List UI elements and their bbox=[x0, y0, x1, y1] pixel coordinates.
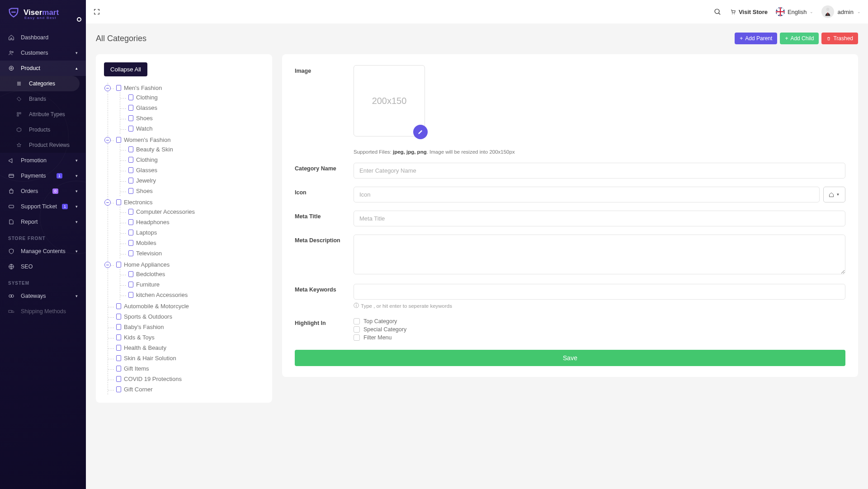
category-item[interactable]: Furniture bbox=[128, 280, 264, 289]
collapse-icon[interactable]: − bbox=[104, 199, 111, 206]
category-item[interactable]: kitchen Accessories bbox=[128, 291, 264, 299]
checkbox-filter-menu[interactable]: Filter Menu bbox=[354, 334, 845, 342]
add-child-button[interactable]: + Add Child bbox=[780, 33, 819, 44]
category-item[interactable]: Clothing bbox=[128, 155, 264, 164]
category-item[interactable]: Kids & Toys bbox=[116, 333, 264, 342]
nav-manage-contents[interactable]: Manage Contents ▾ bbox=[0, 244, 86, 259]
category-tree: −Men's FashionClothingGlassesShoesWatch−… bbox=[104, 83, 264, 395]
document-icon bbox=[128, 94, 133, 100]
category-item[interactable]: Mobiles bbox=[128, 239, 264, 247]
cart-icon bbox=[730, 9, 736, 15]
nav-product-reviews[interactable]: Product Reviews bbox=[0, 137, 86, 153]
tree-node: −ElectronicsComputer AccessoriesHeadphon… bbox=[116, 197, 264, 259]
category-item[interactable]: Television bbox=[128, 249, 264, 258]
icon-picker-button[interactable]: ▼ bbox=[823, 187, 845, 202]
category-item[interactable]: Men's Fashion bbox=[116, 84, 264, 92]
document-icon bbox=[116, 137, 121, 143]
category-label: Gift Corner bbox=[124, 386, 153, 393]
nav-label: Dashboard bbox=[21, 34, 48, 41]
meta-description-input[interactable] bbox=[354, 235, 845, 274]
checkbox-input[interactable] bbox=[354, 334, 360, 341]
box-icon bbox=[16, 127, 24, 132]
home-icon bbox=[829, 192, 834, 197]
category-label: Women's Fashion bbox=[124, 136, 170, 143]
category-item[interactable]: Baby's Fashion bbox=[116, 323, 264, 331]
category-item[interactable]: Bedclothes bbox=[128, 270, 264, 278]
collapse-icon[interactable]: − bbox=[104, 262, 111, 268]
language-selector[interactable]: English ⌄ bbox=[776, 7, 813, 16]
category-item[interactable]: Gift Corner bbox=[116, 385, 264, 394]
nav-categories[interactable]: Categories bbox=[0, 76, 80, 91]
checkbox-input[interactable] bbox=[354, 326, 360, 333]
svg-point-2 bbox=[12, 52, 13, 53]
globe-icon bbox=[8, 263, 15, 270]
sidebar-collapse-toggle[interactable] bbox=[77, 17, 81, 22]
category-item[interactable]: Watch bbox=[128, 124, 264, 133]
nav-shipping-methods[interactable]: Shipping Methods bbox=[0, 304, 86, 319]
nav-label: Customers bbox=[21, 50, 48, 56]
collapse-icon[interactable]: − bbox=[104, 137, 111, 143]
document-icon bbox=[116, 199, 121, 205]
document-icon bbox=[128, 230, 133, 235]
svg-point-1 bbox=[10, 51, 12, 53]
collapse-all-button[interactable]: Collapse All bbox=[104, 62, 147, 76]
search-icon[interactable] bbox=[714, 8, 722, 16]
category-item[interactable]: Skin & Hair Solution bbox=[116, 354, 264, 362]
add-parent-button[interactable]: + Add Parent bbox=[735, 33, 777, 44]
trashed-button[interactable]: Trashed bbox=[821, 33, 858, 44]
tree-node: Watch bbox=[128, 123, 264, 134]
category-item[interactable]: Beauty & Skin bbox=[128, 145, 264, 154]
category-item[interactable]: Clothing bbox=[128, 93, 264, 102]
nav-payments[interactable]: Payments 1 ▾ bbox=[0, 168, 86, 183]
visit-store-link[interactable]: Visit Store bbox=[730, 9, 768, 15]
category-item[interactable]: Headphones bbox=[128, 218, 264, 226]
category-name-input[interactable] bbox=[354, 163, 845, 179]
nav-customers[interactable]: Customers ▾ bbox=[0, 45, 86, 61]
category-item[interactable]: Electronics bbox=[116, 198, 264, 207]
category-item[interactable]: Health & Beauty bbox=[116, 343, 264, 352]
category-label: COVID 19 Protections bbox=[124, 376, 182, 382]
admin-menu[interactable]: admin ⌄ bbox=[821, 5, 861, 18]
category-item[interactable]: Automobile & Motorcycle bbox=[116, 302, 264, 310]
nav-promotion[interactable]: Promotion ▾ bbox=[0, 153, 86, 168]
tree-node: Headphones bbox=[128, 217, 264, 227]
nav-attribute-types[interactable]: Attribute Types bbox=[0, 107, 86, 122]
category-item[interactable]: Shoes bbox=[128, 187, 264, 195]
label-meta-keywords: Meta Keywords bbox=[295, 284, 354, 293]
category-item[interactable]: Sports & Outdoors bbox=[116, 312, 264, 321]
caret-down-icon: ▼ bbox=[836, 193, 840, 197]
image-upload-button[interactable] bbox=[413, 125, 428, 139]
fullscreen-toggle-icon[interactable] bbox=[93, 8, 100, 15]
category-item[interactable]: Computer Accessories bbox=[128, 207, 264, 216]
category-item[interactable]: COVID 19 Protections bbox=[116, 375, 264, 383]
tree-node: Skin & Hair Solution bbox=[116, 353, 264, 363]
category-item[interactable]: Glasses bbox=[128, 166, 264, 174]
nav-products[interactable]: Products bbox=[0, 122, 86, 137]
meta-keywords-input[interactable] bbox=[354, 284, 845, 300]
nav-gateways[interactable]: Gateways ▾ bbox=[0, 288, 86, 304]
nav-report[interactable]: Report ▾ bbox=[0, 214, 86, 230]
category-item[interactable]: Women's Fashion bbox=[116, 136, 264, 144]
category-item[interactable]: Jewelry bbox=[128, 176, 264, 185]
nav-product[interactable]: Product ▴ bbox=[0, 61, 86, 76]
checkbox-input[interactable] bbox=[354, 318, 360, 324]
checkbox-top-category[interactable]: Top Category bbox=[354, 317, 845, 325]
collapse-icon[interactable]: − bbox=[104, 85, 111, 91]
category-item[interactable]: Shoes bbox=[128, 114, 264, 122]
save-button[interactable]: Save bbox=[295, 350, 845, 366]
nav-dashboard[interactable]: Dashboard bbox=[0, 30, 86, 45]
checkbox-special-category[interactable]: Special Category bbox=[354, 325, 845, 334]
category-item[interactable]: Laptops bbox=[128, 228, 264, 237]
nav-support[interactable]: Support Ticket 1 ▾ bbox=[0, 199, 86, 214]
category-item[interactable]: Home Appliances bbox=[116, 260, 264, 269]
chevron-down-icon: ▾ bbox=[75, 249, 78, 254]
meta-title-input[interactable] bbox=[354, 211, 845, 226]
logo[interactable]: Visermart Easy and Best bbox=[0, 0, 86, 25]
image-upload-preview: 200x150 bbox=[354, 65, 425, 136]
nav-orders[interactable]: Orders 0 ▾ bbox=[0, 183, 86, 199]
category-item[interactable]: Glasses bbox=[128, 103, 264, 112]
icon-input[interactable] bbox=[354, 187, 820, 202]
nav-seo[interactable]: SEO bbox=[0, 259, 86, 274]
category-item[interactable]: Gift Items bbox=[116, 364, 264, 373]
nav-brands[interactable]: Brands bbox=[0, 91, 86, 107]
